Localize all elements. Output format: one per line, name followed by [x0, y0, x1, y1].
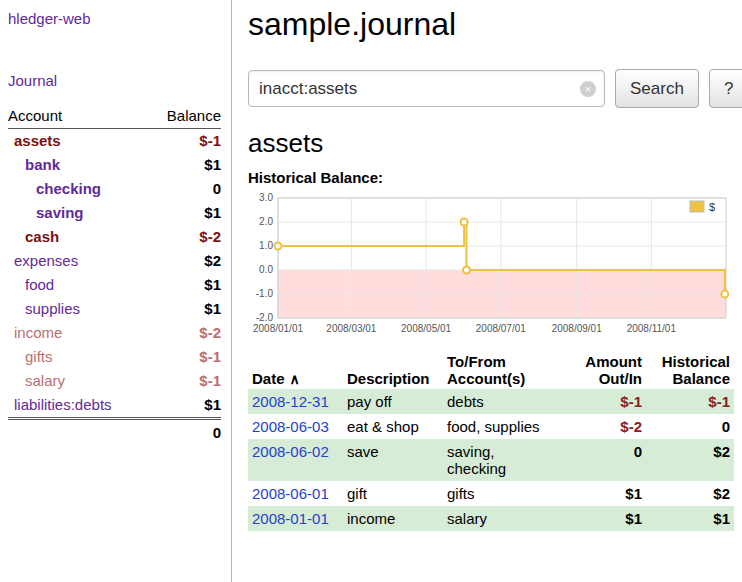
register-header-balance: Historical Balance — [646, 351, 734, 389]
transaction-date-link[interactable]: 2008-06-03 — [252, 418, 329, 435]
account-row: bank$1 — [8, 153, 221, 177]
accounts-total-row: 0 — [8, 419, 221, 446]
transaction-accounts: saving, checking — [443, 439, 551, 481]
transaction-accounts: gifts — [443, 481, 551, 506]
account-row: supplies$1 — [8, 297, 221, 321]
transaction-description: save — [343, 439, 443, 481]
transaction-amount: $-2 — [551, 414, 646, 439]
register-header-description: Description — [343, 351, 443, 389]
account-balance: $1 — [148, 201, 221, 225]
account-balance: $1 — [148, 153, 221, 177]
app-title-link[interactable]: hledger-web — [8, 10, 221, 27]
main-content: sample.journal × Search ? assets Histori… — [233, 0, 742, 582]
svg-text:2008/05/01: 2008/05/01 — [401, 323, 451, 334]
register-row: 2008-06-03eat & shopfood, supplies$-20 — [248, 414, 734, 439]
transaction-accounts: debts — [443, 389, 551, 414]
svg-text:2008/01/01: 2008/01/01 — [253, 323, 303, 334]
register-row: 2008-06-01giftgifts$1$2 — [248, 481, 734, 506]
search-input[interactable] — [248, 70, 605, 107]
register-header-account: To/From Account(s) — [443, 351, 551, 389]
svg-text:0.0: 0.0 — [259, 264, 273, 275]
search-field-wrap: × — [248, 70, 605, 107]
account-balance: $2 — [148, 249, 221, 273]
account-link[interactable]: income — [8, 324, 62, 341]
account-row: gifts$-1 — [8, 345, 221, 369]
search-bar: × Search ? — [248, 69, 734, 108]
account-balance: $-2 — [148, 225, 221, 249]
transaction-amount: $1 — [551, 506, 646, 531]
svg-text:2008/07/01: 2008/07/01 — [476, 323, 526, 334]
transaction-description: income — [343, 506, 443, 531]
transaction-running-balance: $2 — [646, 481, 734, 506]
accounts-header-row: Account Balance — [8, 105, 221, 129]
transaction-accounts: salary — [443, 506, 551, 531]
transaction-date-link[interactable]: 2008-01-01 — [252, 510, 329, 527]
register-row: 2008-06-02savesaving, checking0$2 — [248, 439, 734, 481]
register-header-amount: Amount Out/In — [551, 351, 646, 389]
account-row: saving$1 — [8, 201, 221, 225]
svg-text:-1.0: -1.0 — [256, 288, 274, 299]
svg-text:2008/09/01: 2008/09/01 — [552, 323, 602, 334]
account-balance: $1 — [148, 297, 221, 321]
account-row: checking0 — [8, 177, 221, 201]
transaction-description: gift — [343, 481, 443, 506]
account-row: liabilities:debts$1 — [8, 393, 221, 419]
register-row: 2008-01-01incomesalary$1$1 — [248, 506, 734, 531]
transaction-running-balance: $1 — [646, 506, 734, 531]
svg-text:2008/11/01: 2008/11/01 — [627, 323, 677, 334]
transaction-date-link[interactable]: 2008-12-31 — [252, 393, 329, 410]
accounts-total-spacer — [8, 419, 148, 446]
account-link[interactable]: liabilities:debts — [8, 396, 112, 413]
account-balance: $1 — [148, 273, 221, 297]
account-row: salary$-1 — [8, 369, 221, 393]
account-row: income$-2 — [8, 321, 221, 345]
transaction-amount: $1 — [551, 481, 646, 506]
transaction-amount: $-1 — [551, 389, 646, 414]
transaction-running-balance: $2 — [646, 439, 734, 481]
svg-text:3.0: 3.0 — [259, 192, 273, 203]
svg-text:1.0: 1.0 — [259, 240, 273, 251]
account-link[interactable]: gifts — [8, 348, 53, 365]
page-title: sample.journal — [248, 6, 734, 43]
register-header-date[interactable]: Date∧ — [248, 351, 343, 389]
account-balance: $-1 — [148, 129, 221, 154]
account-link[interactable]: checking — [8, 180, 101, 197]
transaction-description: eat & shop — [343, 414, 443, 439]
transaction-amount: 0 — [551, 439, 646, 481]
account-row: expenses$2 — [8, 249, 221, 273]
transaction-running-balance: $-1 — [646, 389, 734, 414]
account-link[interactable]: supplies — [8, 300, 80, 317]
account-row: food$1 — [8, 273, 221, 297]
account-link[interactable]: saving — [8, 204, 84, 221]
account-balance: $1 — [148, 393, 221, 419]
account-row: cash$-2 — [8, 225, 221, 249]
register-table: Date∧ Description To/From Account(s) Amo… — [248, 351, 734, 531]
svg-text:2008/03/01: 2008/03/01 — [326, 323, 376, 334]
chart-title: Historical Balance: — [248, 169, 734, 186]
transaction-date-link[interactable]: 2008-06-01 — [252, 485, 329, 502]
date-header-label: Date — [252, 370, 285, 387]
clear-search-icon[interactable]: × — [580, 81, 596, 97]
account-link[interactable]: expenses — [8, 252, 78, 269]
sidebar: hledger-web Journal Account Balance asse… — [0, 0, 232, 582]
account-link[interactable]: bank — [8, 156, 60, 173]
accounts-header-account: Account — [8, 105, 148, 129]
svg-text:-2.0: -2.0 — [256, 312, 274, 323]
search-button[interactable]: Search — [615, 69, 699, 108]
svg-text:2.0: 2.0 — [259, 216, 273, 227]
transaction-accounts: food, supplies — [443, 414, 551, 439]
nav-journal-link[interactable]: Journal — [8, 72, 221, 89]
register-row: 2008-12-31pay offdebts$-1$-1 — [248, 389, 734, 414]
sort-ascending-icon: ∧ — [290, 371, 300, 387]
account-link[interactable]: cash — [8, 228, 59, 245]
account-link[interactable]: salary — [8, 372, 65, 389]
account-link[interactable]: assets — [8, 132, 61, 149]
account-balance: $-1 — [148, 345, 221, 369]
account-link[interactable]: food — [8, 276, 54, 293]
accounts-total-balance: 0 — [148, 419, 221, 446]
account-balance: 0 — [148, 177, 221, 201]
svg-text:$: $ — [709, 201, 715, 213]
account-row: assets$-1 — [8, 129, 221, 154]
help-button[interactable]: ? — [709, 69, 742, 108]
transaction-date-link[interactable]: 2008-06-02 — [252, 443, 329, 460]
